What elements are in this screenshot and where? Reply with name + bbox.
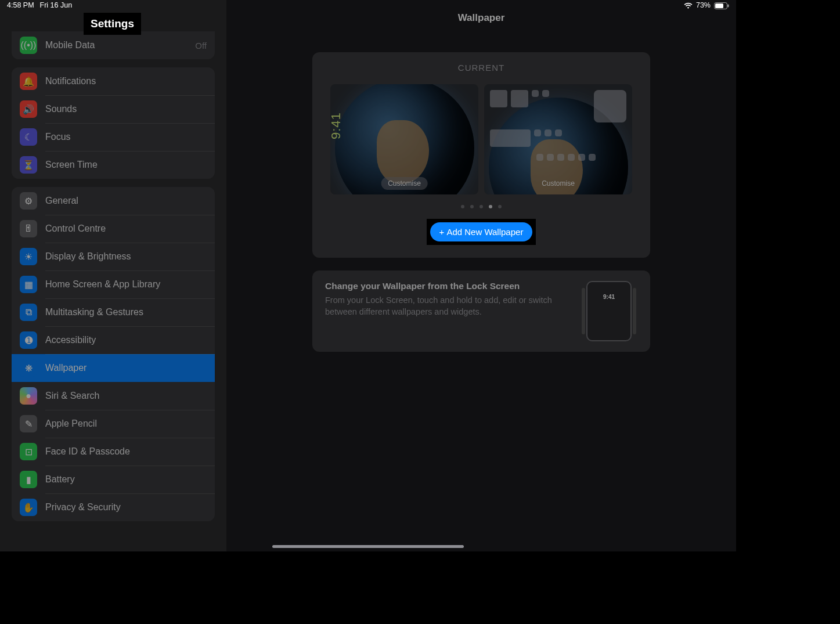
lockscreen-info-card: Change your Wallpaper from the Lock Scre… bbox=[312, 270, 650, 352]
sidebar-item-notifications[interactable]: 🔔Notifications bbox=[12, 67, 215, 95]
sun-icon: ☀ bbox=[20, 248, 37, 265]
page-dots[interactable] bbox=[325, 205, 637, 208]
current-wallpaper-card: CURRENT 9:41 Customise bbox=[312, 52, 650, 258]
moon-icon: ☾ bbox=[20, 128, 37, 146]
sidebar-item-label: Wallpaper bbox=[45, 363, 86, 373]
sidebar-item-label: Face ID & Passcode bbox=[45, 446, 130, 457]
sidebar-item-label: Screen Time bbox=[45, 160, 98, 170]
sidebar-item-label: General bbox=[45, 196, 78, 206]
sidebar-item-label: Privacy & Security bbox=[45, 502, 121, 513]
sidebar-item-control-centre[interactable]: 🎚Control Centre bbox=[12, 215, 215, 243]
sidebar-item-battery[interactable]: ▮Battery bbox=[12, 466, 215, 493]
sidebar-item-sounds[interactable]: 🔊Sounds bbox=[12, 95, 215, 123]
sidebar-group-notifications: 🔔Notifications🔊Sounds☾Focus⏳Screen Time bbox=[12, 67, 215, 179]
customise-lock-button[interactable]: Customise bbox=[381, 177, 428, 190]
add-button-label: Add New Wallpaper bbox=[446, 227, 523, 237]
page-title: Wallpaper bbox=[458, 12, 505, 24]
sidebar-item-label: Accessibility bbox=[45, 335, 96, 345]
sidebar-item-multitasking-gestures[interactable]: ⧉Multitasking & Gestures bbox=[12, 298, 215, 326]
siri-icon: ● bbox=[20, 387, 37, 405]
sidebar-item-label: Focus bbox=[45, 132, 71, 142]
sidebar-item-wallpaper[interactable]: ❋Wallpaper bbox=[12, 354, 215, 382]
sidebar-item-display-brightness[interactable]: ☀Display & Brightness bbox=[12, 243, 215, 270]
detail-pane: Wallpaper CURRENT 9:41 Customise bbox=[226, 0, 736, 551]
info-heading: Change your Wallpaper from the Lock Scre… bbox=[325, 281, 567, 291]
home-widgets-grid bbox=[490, 90, 626, 161]
sidebar-title: Settings bbox=[91, 17, 134, 30]
hand-icon: ✋ bbox=[20, 499, 37, 516]
sidebar-item-focus[interactable]: ☾Focus bbox=[12, 123, 215, 151]
sidebar-item-label: Sounds bbox=[45, 104, 77, 114]
antenna-icon: ((•)) bbox=[20, 37, 37, 54]
switches-icon: 🎚 bbox=[20, 220, 37, 237]
accessibility-icon: ➊ bbox=[20, 331, 37, 349]
home-screen-preview[interactable]: Customise bbox=[484, 84, 632, 194]
sidebar-item-privacy-security[interactable]: ✋Privacy & Security bbox=[12, 493, 215, 521]
sidebar-item-label: Battery bbox=[45, 474, 75, 485]
info-body: From your Lock Screen, touch and hold to… bbox=[325, 295, 567, 318]
home-indicator[interactable] bbox=[272, 545, 464, 548]
multitask-icon: ⧉ bbox=[20, 304, 37, 321]
status-battery-pct: 73% bbox=[696, 1, 711, 9]
settings-screen: 4:58 PM Fri 16 Jun 73% Settings ((•)) Mo… bbox=[0, 0, 736, 551]
wifi-icon bbox=[684, 1, 693, 9]
customise-home-button[interactable]: Customise bbox=[535, 177, 582, 190]
sidebar-item-label: Home Screen & App Library bbox=[45, 279, 160, 290]
sidebar-title-highlight: Settings bbox=[84, 13, 141, 35]
sidebar-item-screen-time[interactable]: ⏳Screen Time bbox=[12, 151, 215, 179]
svg-rect-2 bbox=[728, 4, 729, 7]
sidebar-item-label: Control Centre bbox=[45, 223, 106, 234]
add-wallpaper-highlight: +Add New Wallpaper bbox=[427, 219, 536, 245]
bell-icon: 🔔 bbox=[20, 73, 37, 90]
faceid-icon: ⊡ bbox=[20, 443, 37, 460]
sidebar-item-apple-pencil[interactable]: ✎Apple Pencil bbox=[12, 410, 215, 438]
current-section-header: CURRENT bbox=[325, 63, 637, 73]
lock-screen-time: 9:41 bbox=[330, 112, 344, 139]
sidebar-item-home-screen-app-library[interactable]: ▦Home Screen & App Library bbox=[12, 270, 215, 298]
sidebar-item-mobile-data[interactable]: ((•)) Mobile Data Off bbox=[12, 31, 215, 59]
battery-status-icon bbox=[714, 1, 729, 9]
page-dot[interactable] bbox=[470, 205, 474, 208]
timer-icon: ⏳ bbox=[20, 156, 37, 174]
sidebar-item-siri-search[interactable]: ●Siri & Search bbox=[12, 382, 215, 410]
sidebar-item-general[interactable]: ⚙General bbox=[12, 187, 215, 215]
page-dot[interactable] bbox=[480, 205, 483, 208]
plus-icon: + bbox=[439, 227, 445, 237]
page-dot[interactable] bbox=[461, 205, 464, 208]
sidebar-item-label: Multitasking & Gestures bbox=[45, 307, 143, 318]
sidebar-item-label: Apple Pencil bbox=[45, 419, 97, 429]
settings-sidebar: Settings ((•)) Mobile Data Off 🔔Notifica… bbox=[0, 0, 226, 551]
pencil-icon: ✎ bbox=[20, 415, 37, 432]
status-bar: 4:58 PM Fri 16 Jun 73% bbox=[0, 0, 736, 10]
sidebar-group-general: ⚙General🎚Control Centre☀Display & Bright… bbox=[12, 187, 215, 521]
sidebar-item-label: Notifications bbox=[45, 76, 96, 86]
sidebar-item-accessibility[interactable]: ➊Accessibility bbox=[12, 326, 215, 354]
page-dot[interactable] bbox=[489, 205, 492, 208]
lock-screen-preview[interactable]: 9:41 Customise bbox=[330, 84, 478, 194]
flower-icon: ❋ bbox=[20, 359, 37, 377]
mini-ipad-time: 9:41 bbox=[603, 294, 615, 300]
speaker-icon: 🔊 bbox=[20, 100, 37, 118]
gear-icon: ⚙ bbox=[20, 192, 37, 210]
sidebar-group-connectivity: ((•)) Mobile Data Off bbox=[12, 31, 215, 59]
add-new-wallpaper-button[interactable]: +Add New Wallpaper bbox=[430, 222, 533, 241]
page-dot[interactable] bbox=[498, 205, 502, 208]
sidebar-item-label: Siri & Search bbox=[45, 391, 99, 401]
sidebar-item-label: Mobile Data bbox=[45, 40, 95, 51]
sidebar-item-label: Display & Brightness bbox=[45, 251, 131, 262]
battery-icon: ▮ bbox=[20, 471, 37, 488]
grid-icon: ▦ bbox=[20, 276, 37, 293]
status-time: 4:58 PM bbox=[7, 1, 34, 9]
mini-ipad-illustration: 9:41 bbox=[581, 281, 637, 341]
svg-rect-1 bbox=[715, 3, 723, 8]
sidebar-item-value: Off bbox=[195, 41, 207, 51]
status-date: Fri 16 Jun bbox=[40, 1, 73, 9]
sidebar-item-face-id-passcode[interactable]: ⊡Face ID & Passcode bbox=[12, 438, 215, 466]
